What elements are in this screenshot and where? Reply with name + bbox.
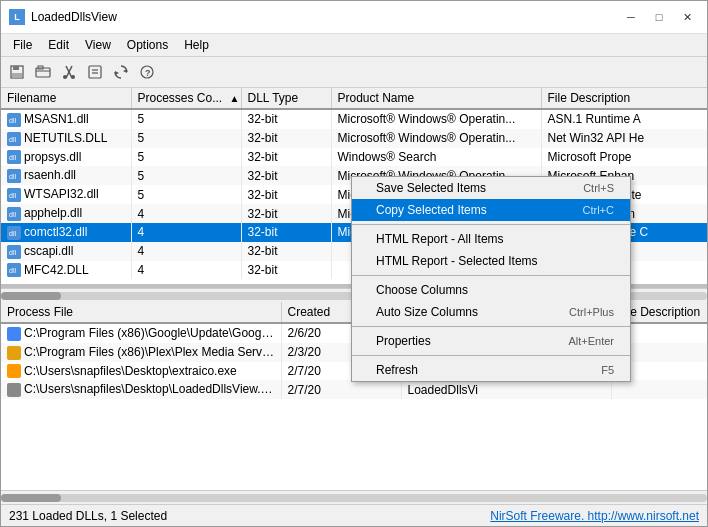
col-header-procs[interactable]: Processes Co... ▲	[131, 88, 241, 109]
context-menu-item[interactable]: HTML Report - Selected Items	[352, 250, 630, 272]
dll-type: 32-bit	[241, 148, 331, 167]
toolbar-properties[interactable]	[83, 60, 107, 84]
dll-procs: 5	[131, 185, 241, 204]
hscroll-thumb-bottom[interactable]	[1, 494, 61, 502]
context-menu-item[interactable]: PropertiesAlt+Enter	[352, 330, 630, 352]
dll-filedesc: Microsoft Prope	[541, 148, 707, 167]
dll-procs: 4	[131, 223, 241, 242]
svg-rect-2	[12, 73, 22, 78]
svg-rect-33	[7, 346, 21, 360]
ctx-item-label: Copy Selected Items	[376, 203, 487, 217]
ctx-item-shortcut: Ctrl+Plus	[569, 306, 614, 318]
col-header-product[interactable]: Product Name	[331, 88, 541, 109]
col-header-dlltype[interactable]: DLL Type	[241, 88, 331, 109]
status-count: 231 Loaded DLLs, 1 Selected	[9, 509, 167, 523]
minimize-button[interactable]: ─	[619, 7, 643, 27]
col-header-procfile[interactable]: Process File	[1, 302, 281, 323]
menu-bar: File Edit View Options Help	[1, 34, 707, 57]
sort-arrow-procs: ▲	[230, 93, 240, 104]
dll-procs: 4	[131, 242, 241, 261]
ctx-item-label: Save Selected Items	[376, 181, 486, 195]
svg-marker-11	[115, 71, 119, 75]
toolbar-save[interactable]	[5, 60, 29, 84]
svg-rect-32	[7, 327, 21, 341]
dll-table-row[interactable]: dllpropsys.dll 5 32-bit Windows® Search …	[1, 148, 707, 167]
dll-type: 32-bit	[241, 223, 331, 242]
process-table-row[interactable]: C:\Users\snapfiles\Desktop\LoadedDllsVie…	[1, 380, 707, 399]
menu-edit[interactable]: Edit	[40, 36, 77, 54]
menu-help[interactable]: Help	[176, 36, 217, 54]
proc-file: C:\Program Files (x86)\Google\Update\Goo…	[1, 323, 281, 343]
bottom-hscroll[interactable]	[1, 490, 707, 504]
dll-filename: dllMFC42.DLL	[1, 261, 131, 280]
status-link[interactable]: NirSoft Freeware. http://www.nirsoft.net	[490, 509, 699, 523]
toolbar-open[interactable]	[31, 60, 55, 84]
close-button[interactable]: ✕	[675, 7, 699, 27]
dll-filename: dllWTSAPI32.dll	[1, 185, 131, 204]
dll-product: Microsoft® Windows® Operatin...	[331, 109, 541, 129]
context-menu-separator	[352, 355, 630, 356]
svg-rect-1	[13, 66, 19, 70]
ctx-item-shortcut: F5	[601, 364, 614, 376]
svg-text:dll: dll	[9, 173, 16, 180]
dll-type: 32-bit	[241, 166, 331, 185]
svg-point-5	[63, 75, 67, 79]
dll-filename: dllapphelp.dll	[1, 204, 131, 223]
dll-table-row[interactable]: dllNETUTILS.DLL 5 32-bit Microsoft® Wind…	[1, 129, 707, 148]
ctx-item-shortcut: Ctrl+S	[583, 182, 614, 194]
dll-filename: dllrsaenh.dll	[1, 166, 131, 185]
svg-text:dll: dll	[9, 230, 16, 237]
ctx-item-label: Choose Columns	[376, 283, 468, 297]
dll-filename: dllcscapi.dll	[1, 242, 131, 261]
context-menu-separator	[352, 224, 630, 225]
dll-table-row[interactable]: dllMSASN1.dll 5 32-bit Microsoft® Window…	[1, 109, 707, 129]
proc-created: 2/7/20	[281, 380, 401, 399]
col-header-filedesc[interactable]: File Description	[541, 88, 707, 109]
toolbar-help[interactable]: ?	[135, 60, 159, 84]
context-menu-item[interactable]: Choose Columns	[352, 279, 630, 301]
menu-options[interactable]: Options	[119, 36, 176, 54]
svg-text:dll: dll	[9, 192, 16, 199]
toolbar-cut[interactable]	[57, 60, 81, 84]
context-menu-separator	[352, 326, 630, 327]
dll-type: 32-bit	[241, 204, 331, 223]
dll-procs: 5	[131, 109, 241, 129]
dll-procs: 5	[131, 166, 241, 185]
window-title: LoadedDllsView	[31, 10, 117, 24]
maximize-button[interactable]: □	[647, 7, 671, 27]
toolbar-refresh[interactable]	[109, 60, 133, 84]
dll-filedesc: Net Win32 API He	[541, 129, 707, 148]
dll-filename: dllNETUTILS.DLL	[1, 129, 131, 148]
hscroll-track-bottom[interactable]	[1, 494, 707, 502]
svg-rect-35	[7, 383, 21, 397]
menu-view[interactable]: View	[77, 36, 119, 54]
menu-file[interactable]: File	[5, 36, 40, 54]
status-bar: 231 Loaded DLLs, 1 Selected NirSoft Free…	[1, 504, 707, 526]
context-menu-item[interactable]: Copy Selected ItemsCtrl+C	[352, 199, 630, 221]
ctx-item-shortcut: Ctrl+C	[583, 204, 614, 216]
title-bar: L LoadedDllsView ─ □ ✕	[1, 1, 707, 34]
context-menu-item[interactable]: Save Selected ItemsCtrl+S	[352, 177, 630, 199]
context-menu-separator	[352, 275, 630, 276]
svg-text:dll: dll	[9, 211, 16, 218]
proc-file: C:\Users\snapfiles\Desktop\LoadedDllsVie…	[1, 380, 281, 399]
toolbar: ?	[1, 57, 707, 88]
dll-filename: dllpropsys.dll	[1, 148, 131, 167]
proc-file: C:\Users\snapfiles\Desktop\extraico.exe	[1, 362, 281, 381]
context-menu: Save Selected ItemsCtrl+SCopy Selected I…	[351, 176, 631, 382]
ctx-item-label: Refresh	[376, 363, 418, 377]
context-menu-item[interactable]: RefreshF5	[352, 359, 630, 381]
dll-type: 32-bit	[241, 129, 331, 148]
main-window: L LoadedDllsView ─ □ ✕ File Edit View Op…	[0, 0, 708, 527]
context-menu-item[interactable]: HTML Report - All Items	[352, 228, 630, 250]
hscroll-thumb-top[interactable]	[1, 292, 61, 300]
svg-text:dll: dll	[9, 267, 16, 274]
context-menu-item[interactable]: Auto Size ColumnsCtrl+Plus	[352, 301, 630, 323]
svg-rect-34	[7, 364, 21, 378]
ctx-item-label: Properties	[376, 334, 431, 348]
dll-procs: 5	[131, 148, 241, 167]
ctx-item-shortcut: Alt+Enter	[568, 335, 614, 347]
svg-text:dll: dll	[9, 136, 16, 143]
col-header-filename[interactable]: Filename	[1, 88, 131, 109]
dll-type: 32-bit	[241, 261, 331, 280]
